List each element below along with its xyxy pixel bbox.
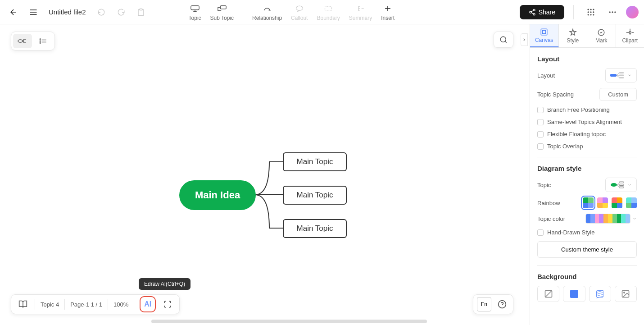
back-button[interactable] <box>5 4 22 20</box>
topic-style-icon <box>610 181 625 189</box>
svg-rect-40 <box>610 74 617 77</box>
tab-style[interactable]: Style <box>559 24 588 47</box>
ai-button[interactable]: AI <box>140 296 156 312</box>
style-icon <box>569 28 577 37</box>
bg-none[interactable] <box>537 286 559 302</box>
topic-style-label: Topic <box>537 182 551 188</box>
undo-button[interactable] <box>93 4 109 20</box>
svg-point-62 <box>624 292 625 293</box>
bg-pattern[interactable] <box>589 286 611 302</box>
apps-button[interactable] <box>583 4 599 20</box>
svg-point-47 <box>611 183 617 187</box>
page-info[interactable]: Page-1 1 / 1 <box>70 301 102 308</box>
hand-drawn-checkbox[interactable] <box>537 229 544 236</box>
svg-point-24 <box>609 11 611 13</box>
svg-rect-36 <box>541 29 548 35</box>
callout-icon <box>294 3 305 14</box>
topic-tool[interactable]: Topic <box>185 1 205 23</box>
branch-free-checkbox[interactable] <box>537 107 544 113</box>
topic-node[interactable]: Main Topic <box>283 219 347 238</box>
more-icon <box>608 8 617 17</box>
svg-rect-37 <box>543 30 546 34</box>
bg-solid[interactable] <box>563 286 585 302</box>
share-icon <box>529 9 536 16</box>
file-name[interactable]: Untitled file2 <box>49 8 86 16</box>
rainbow-option-2[interactable] <box>597 197 608 208</box>
svg-rect-5 <box>220 5 226 9</box>
svg-point-22 <box>590 14 591 15</box>
topic-node[interactable]: Main Topic <box>283 152 347 171</box>
rainbow-option-1[interactable] <box>583 197 594 208</box>
menu-button[interactable] <box>25 4 41 20</box>
custom-spacing-button[interactable]: Custom <box>599 88 637 101</box>
summary-icon <box>355 3 366 14</box>
redo-button[interactable] <box>113 4 129 20</box>
zoom-level[interactable]: 100% <box>113 301 128 308</box>
bg-image[interactable] <box>615 286 637 302</box>
main-idea-node[interactable]: Main Idea <box>179 180 256 210</box>
custom-theme-button[interactable]: Custom theme style <box>537 241 637 258</box>
share-button[interactable]: Share <box>520 5 564 19</box>
topic-icon <box>190 3 200 14</box>
svg-rect-44 <box>619 72 624 73</box>
layout-selector[interactable] <box>605 68 637 82</box>
chevron-down-icon <box>627 183 632 187</box>
svg-line-55 <box>545 291 552 298</box>
svg-line-50 <box>617 185 619 187</box>
svg-line-41 <box>617 73 619 75</box>
horizontal-scrollbar[interactable] <box>151 320 427 323</box>
topic-color-label: Topic color <box>537 215 565 222</box>
avatar[interactable] <box>626 6 639 18</box>
svg-point-6 <box>296 6 303 10</box>
canvas-icon <box>540 28 548 36</box>
rainbow-label: Rainbow <box>537 200 560 206</box>
apps-icon <box>586 8 595 17</box>
fn-button[interactable]: Fn <box>477 297 491 311</box>
svg-rect-7 <box>325 6 332 11</box>
svg-point-20 <box>593 11 594 13</box>
svg-rect-51 <box>619 182 624 183</box>
canvas[interactable]: Main Idea Main Topic Main Topic Main Top… <box>0 24 530 325</box>
fullscreen-button[interactable] <box>161 298 174 311</box>
rainbow-option-4[interactable] <box>626 197 637 208</box>
overlap-checkbox[interactable] <box>537 143 544 150</box>
svg-point-10 <box>533 9 535 11</box>
topic-style-selector[interactable] <box>605 178 637 192</box>
svg-point-19 <box>590 11 591 13</box>
boundary-icon <box>323 3 334 14</box>
callout-tool[interactable]: Callout <box>287 1 311 23</box>
relationship-tool[interactable]: Relationship <box>249 1 286 23</box>
sub-topic-icon <box>217 3 227 14</box>
help-button[interactable] <box>495 297 509 311</box>
ai-tooltip: Edraw AI(Ctrl+Q) <box>139 278 190 290</box>
mark-icon <box>597 28 605 37</box>
tab-canvas[interactable]: Canvas <box>530 24 559 47</box>
clipboard-button[interactable] <box>133 4 149 20</box>
svg-point-12 <box>533 13 535 15</box>
svg-line-57 <box>597 291 603 293</box>
flexible-checkbox[interactable] <box>537 131 544 137</box>
svg-point-23 <box>593 14 594 15</box>
rainbow-option-3[interactable] <box>612 197 622 208</box>
svg-rect-53 <box>619 187 624 188</box>
svg-point-21 <box>588 14 589 15</box>
more-button[interactable] <box>604 4 621 20</box>
svg-point-26 <box>614 11 616 13</box>
sub-topic-tool[interactable]: Sub Topic <box>207 1 237 23</box>
insert-tool[interactable]: Insert <box>377 1 398 23</box>
svg-line-43 <box>617 75 619 78</box>
topic-node[interactable]: Main Topic <box>283 186 347 205</box>
tab-mark[interactable]: Mark <box>587 24 616 47</box>
tab-clipart[interactable]: Clipart <box>616 24 644 47</box>
chevron-down-icon <box>632 216 637 221</box>
svg-point-16 <box>590 9 591 10</box>
same-level-checkbox[interactable] <box>537 119 544 125</box>
svg-rect-45 <box>619 75 624 76</box>
boundary-tool[interactable]: Boundary <box>313 1 343 23</box>
plus-icon <box>382 3 393 14</box>
summary-tool[interactable]: Summary <box>345 1 376 23</box>
svg-rect-4 <box>190 5 199 9</box>
topic-color-selector[interactable] <box>585 214 630 224</box>
pages-button[interactable] <box>17 298 29 311</box>
fullscreen-icon <box>163 300 172 308</box>
